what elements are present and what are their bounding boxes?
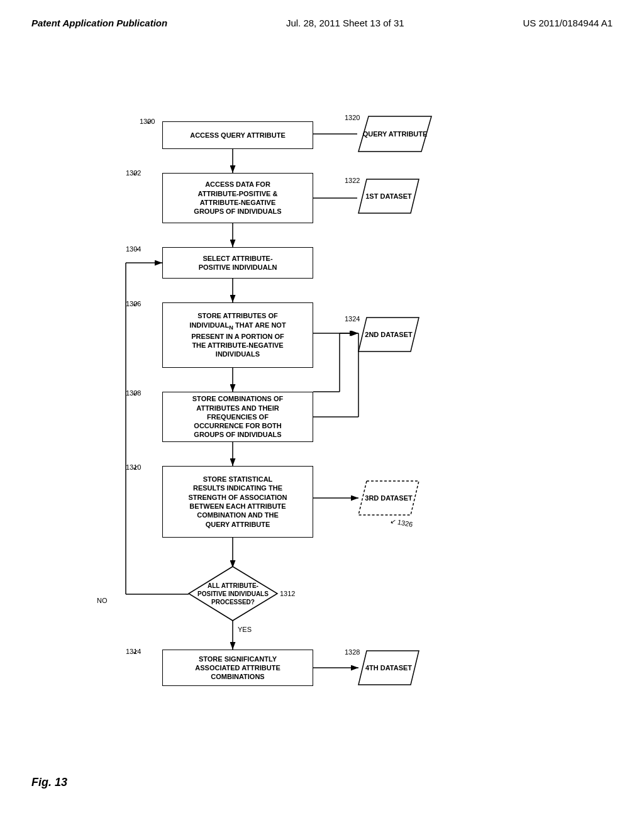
box-1310: STORE STATISTICAL RESULTS INDICATING THE… (162, 466, 313, 538)
label-1322: 1322 (345, 177, 360, 184)
header-patent-number: US 2011/0184944 A1 (523, 18, 613, 28)
label-1326: ↙ 1326 (389, 517, 413, 529)
box-1306: STORE ATTRIBUTES OF INDIVIDUALN THAT ARE… (162, 302, 313, 368)
header-publication: Patent Application Publication (31, 18, 167, 28)
header-date-sheet: Jul. 28, 2011 Sheet 13 of 31 (286, 18, 404, 28)
para-3rd-text: 3RD DATASET (357, 480, 420, 516)
label-1312: 1312 (280, 590, 295, 597)
bracket-svg (0, 41, 644, 808)
label-1324: 1324 (345, 315, 360, 323)
para-3rd: 3RD DATASET (357, 480, 420, 516)
diagram-area: 1300 ↙ ACCESS QUERY ATTRIBUTE 1302 ↙ ACC… (0, 41, 644, 808)
para-1320: QUERY ATTRIBUTE (357, 115, 433, 153)
para-1324: 2ND DATASET (357, 316, 420, 353)
yes-label: YES (238, 626, 252, 633)
box-1308: STORE COMBINATIONS OF ATTRIBUTES AND THE… (162, 392, 313, 442)
para-1322-text: 1ST DATASET (357, 178, 420, 214)
para-1328-text: 4TH DATASET (357, 650, 420, 686)
label-1328: 1328 (345, 648, 360, 656)
fig-label: Fig. 13 (31, 776, 67, 789)
arrows-svg (0, 41, 644, 808)
box-1304: SELECT ATTRIBUTE- POSITIVE INDIVIDUALN (162, 247, 313, 279)
para-1322: 1ST DATASET (357, 178, 420, 214)
box-1314: STORE SIGNIFICANTLY ASSOCIATED ATTRIBUTE… (162, 650, 313, 686)
box-1302: ACCESS DATA FOR ATTRIBUTE-POSITIVE & ATT… (162, 173, 313, 223)
para-1324-text: 2ND DATASET (357, 316, 420, 353)
box-1300: ACCESS QUERY ATTRIBUTE (162, 121, 313, 149)
diamond-1312: ALL ATTRIBUTE- POSITIVE INDIVIDUALS PROC… (187, 565, 279, 622)
page-header: Patent Application Publication Jul. 28, … (0, 0, 644, 28)
para-1328: 4TH DATASET (357, 650, 420, 686)
label-1320: 1320 (345, 114, 360, 121)
no-label: NO (97, 597, 108, 604)
diamond-1312-text: ALL ATTRIBUTE- POSITIVE INDIVIDUALS PROC… (187, 565, 279, 622)
para-1320-text: QUERY ATTRIBUTE (357, 115, 433, 153)
